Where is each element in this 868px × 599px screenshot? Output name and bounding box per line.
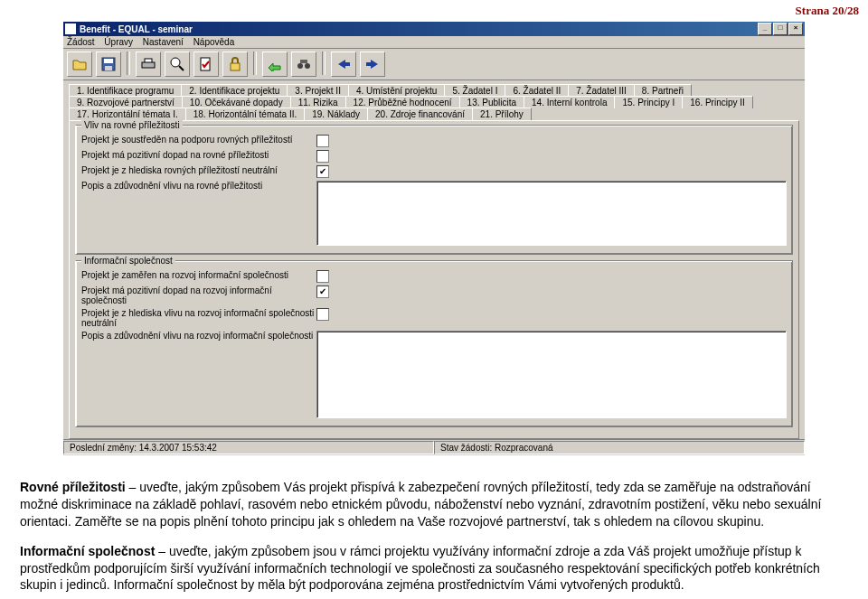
svg-rect-8	[231, 63, 240, 70]
tab-2[interactable]: 2. Identifikace projektu	[181, 84, 288, 97]
label-rp-pozitivni: Projekt má pozitivní dopad na rovné příl…	[81, 150, 316, 160]
tab-3[interactable]: 3. Projekt II	[287, 84, 349, 97]
menu-upravy[interactable]: Úpravy	[104, 37, 133, 47]
menu-zadost[interactable]: Žádost	[67, 37, 95, 47]
arrow-left-icon	[336, 59, 351, 70]
tab-21[interactable]: 21. Přílohy	[472, 108, 532, 120]
status-last-change: Poslední změny: 14.3.2007 15:53:42	[63, 441, 434, 454]
page-number: Strana 20/28	[0, 0, 868, 22]
label-is-neutralni: Projekt je z hlediska vlivu na rozvoj in…	[81, 308, 316, 328]
document-check-icon	[200, 57, 212, 71]
tabs-row3: 17. Horizontální témata I. 18. Horizontá…	[69, 108, 799, 120]
toolbar-import-button[interactable]	[262, 51, 288, 77]
tab-7[interactable]: 7. Žadatel III	[568, 84, 635, 97]
textarea-is-popis[interactable]	[316, 331, 787, 418]
tab-12[interactable]: 12. Průběžné hodnocení	[345, 96, 460, 108]
checkbox-rp-neutralni[interactable]: ✔	[316, 165, 329, 178]
instruction-heading-is: Informační společnost	[20, 544, 155, 558]
tabs-row1: 1. Identifikace programu 2. Identifikace…	[69, 84, 799, 97]
toolbar-separator	[253, 51, 257, 75]
instruction-heading-rp: Rovné příležitosti	[20, 480, 126, 494]
menu-nastaveni[interactable]: Nastavení	[143, 37, 184, 47]
label-is-zameren: Projekt je zaměřen na rozvoj informační …	[81, 270, 316, 280]
toolbar-preview-button[interactable]	[165, 51, 190, 77]
tab-13[interactable]: 13. Publicita	[459, 96, 524, 108]
folder-icon	[72, 58, 87, 70]
svg-line-6	[179, 66, 184, 70]
toolbar	[63, 49, 805, 80]
label-is-pozitivni: Projekt má pozitivní dopad na rozvoj inf…	[81, 285, 316, 305]
tab-19[interactable]: 19. Náklady	[304, 108, 368, 120]
tab-6[interactable]: 6. Žadatel II	[505, 84, 569, 97]
label-is-popis: Popis a zdůvodnění vlivu na rozvoj infor…	[81, 331, 316, 341]
toolbar-save-button[interactable]	[96, 51, 121, 77]
checkbox-is-neutralni[interactable]	[316, 308, 329, 321]
titlebar: Benefit - EQUAL - seminar _ □ ×	[63, 22, 805, 36]
svg-rect-2	[105, 66, 112, 70]
tab-1[interactable]: 1. Identifikace programu	[69, 84, 182, 97]
magnify-icon	[170, 57, 184, 71]
tab-16[interactable]: 16. Principy II	[682, 96, 753, 108]
group-legend: Informační společnost	[81, 256, 175, 266]
toolbar-forward-button[interactable]	[360, 51, 385, 77]
tab-18[interactable]: 18. Horizontální témata II.	[185, 108, 306, 120]
minimize-button[interactable]: _	[758, 23, 772, 35]
svg-rect-4	[142, 62, 155, 68]
instruction-paragraphs: Rovné příležitosti – uveďte, jakým způso…	[0, 455, 868, 599]
floppy-icon	[101, 57, 116, 71]
app-icon	[65, 23, 76, 34]
menubar: Žádost Úpravy Nastavení Nápověda	[63, 36, 805, 49]
tab-panel-18: Vliv na rovné příležitosti Projekt je so…	[69, 120, 799, 439]
window-title: Benefit - EQUAL - seminar	[80, 24, 758, 34]
toolbar-folder-button[interactable]	[67, 51, 92, 77]
svg-rect-11	[300, 60, 307, 63]
toolbar-back-button[interactable]	[331, 51, 356, 77]
tab-17[interactable]: 17. Horizontální témata I.	[69, 108, 186, 120]
toolbar-separator	[322, 51, 326, 75]
tab-5[interactable]: 5. Žadatel I	[444, 84, 505, 97]
label-rp-soustredeni: Projekt je soustředěn na podporu rovných…	[81, 135, 316, 145]
group-legend: Vliv na rovné příležitosti	[81, 120, 183, 130]
svg-point-10	[305, 63, 310, 69]
instruction-text-rp: – uveďte, jakým způsobem Vás projekt při…	[20, 480, 821, 529]
arrow-right-icon	[365, 59, 380, 70]
statusbar: Poslední změny: 14.3.2007 15:53:42 Stav …	[63, 439, 805, 455]
svg-rect-1	[104, 59, 113, 63]
checkbox-is-pozitivni[interactable]: ✔	[316, 285, 329, 298]
textarea-rp-popis[interactable]	[316, 181, 787, 246]
lock-icon	[229, 57, 241, 71]
tab-15[interactable]: 15. Principy I	[614, 96, 683, 108]
svg-point-5	[171, 58, 180, 67]
checkbox-rp-pozitivni[interactable]	[316, 150, 329, 163]
label-rp-neutralni: Projekt je z hlediska rovných příležitos…	[81, 165, 316, 175]
menu-napoveda[interactable]: Nápověda	[193, 37, 235, 47]
toolbar-check-button[interactable]	[193, 51, 219, 77]
groupbox-rovne-prilezitosti: Vliv na rovné příležitosti Projekt je so…	[75, 125, 793, 255]
tab-11[interactable]: 11. Rizika	[290, 96, 346, 108]
close-button[interactable]: ×	[788, 23, 803, 35]
printer-icon	[141, 58, 156, 70]
checkbox-is-zameren[interactable]	[316, 270, 329, 283]
binoculars-icon	[297, 58, 311, 70]
maximize-button[interactable]: □	[773, 23, 788, 35]
app-window: Benefit - EQUAL - seminar _ □ × Žádost Ú…	[63, 22, 805, 455]
import-icon	[268, 57, 282, 71]
groupbox-informacni-spolecnost: Informační společnost Projekt je zaměřen…	[75, 260, 793, 427]
tab-14[interactable]: 14. Interní kontrola	[524, 96, 615, 108]
tab-20[interactable]: 20. Zdroje financování	[367, 108, 473, 120]
toolbar-separator	[127, 51, 130, 75]
tab-10[interactable]: 10. Očekávané dopady	[182, 96, 291, 108]
tab-4[interactable]: 4. Umístění projektu	[348, 84, 445, 97]
tab-8[interactable]: 8. Partneři	[634, 84, 692, 97]
checkbox-rp-soustredeni[interactable]	[316, 135, 329, 147]
toolbar-lock-button[interactable]	[222, 51, 248, 77]
svg-point-9	[297, 63, 303, 69]
svg-rect-7	[201, 58, 210, 70]
toolbar-search-button[interactable]	[291, 51, 316, 77]
tab-9[interactable]: 9. Rozvojové partnerství	[69, 96, 183, 108]
toolbar-print-button[interactable]	[136, 51, 161, 77]
status-state: Stav žádosti: Rozpracovaná	[434, 441, 805, 454]
label-rp-popis: Popis a zdůvodnění vlivu na rovné přílež…	[81, 181, 316, 191]
